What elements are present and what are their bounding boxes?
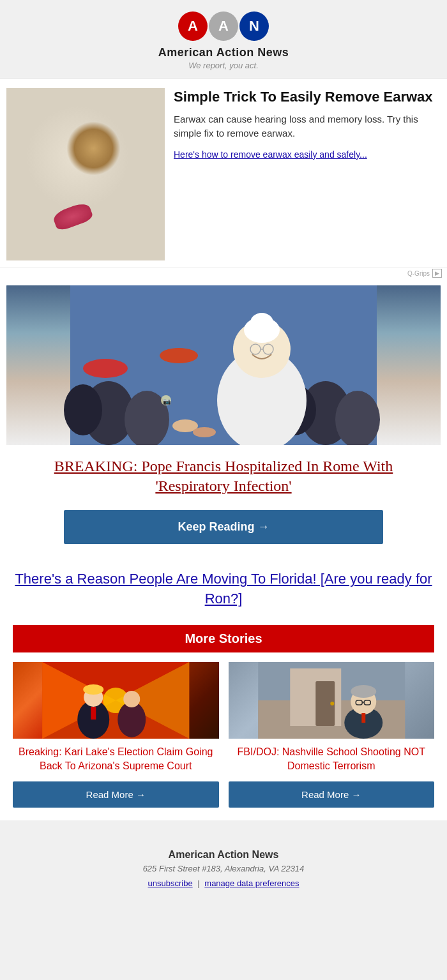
ad-advertiser: Q-Grips (407, 270, 430, 277)
story-read-more-2[interactable]: Read More → (229, 781, 435, 808)
site-tagline: We report, you act. (0, 61, 447, 70)
pope-image: 📷 (6, 285, 441, 445)
svg-point-13 (250, 344, 261, 354)
ad-link[interactable]: Here's how to remove earwax easily and s… (174, 149, 367, 160)
svg-point-43 (351, 685, 376, 698)
more-stories-header: More Stories (13, 625, 434, 652)
svg-rect-40 (364, 700, 370, 705)
earwax-image (6, 88, 165, 260)
fbi-doj-image (229, 662, 435, 739)
svg-rect-39 (356, 700, 362, 705)
pope-scene-svg: 📷 (6, 285, 441, 445)
ad-content: Simple Trick To Easily Remove Earwax Ear… (165, 88, 441, 161)
svg-point-14 (263, 344, 273, 354)
story-card-2: FBI/DOJ: Nashville School Shooting NOT D… (229, 662, 435, 808)
story-card-1: Breaking: Kari Lake's Election Claim Goi… (13, 662, 219, 808)
ad-badge: ▶ (432, 269, 442, 278)
svg-point-29 (123, 691, 140, 707)
site-header: A A N American Action News We report, yo… (0, 0, 447, 79)
story-title-1: Breaking: Kari Lake's Election Claim Goi… (13, 745, 219, 774)
main-content: Simple Trick To Easily Remove Earwax Ear… (0, 79, 447, 820)
manage-preferences-link[interactable]: manage data preferences (204, 878, 299, 888)
story-read-more-1[interactable]: Read More → (13, 781, 219, 808)
stories-grid: Breaking: Kari Lake's Election Claim Goi… (13, 662, 434, 808)
florida-link[interactable]: There's a Reason People Are Moving To Fl… (0, 557, 447, 625)
svg-point-30 (83, 684, 103, 695)
svg-point-36 (330, 702, 334, 705)
svg-rect-31 (91, 707, 96, 720)
logo: A A N (0, 11, 447, 41)
svg-point-7 (83, 359, 128, 378)
svg-text:📷: 📷 (163, 397, 171, 405)
svg-point-3 (64, 384, 102, 435)
keep-reading-button[interactable]: Keep Reading → (64, 510, 383, 544)
footer-address: 625 First Street #183, Alexandria, VA 22… (13, 864, 434, 873)
ad-section: Simple Trick To Easily Remove Earwax Ear… (0, 79, 447, 268)
site-title: American Action News (0, 46, 447, 59)
story2-svg (229, 662, 435, 739)
svg-point-12 (250, 313, 273, 332)
ad-description: Earwax can cause hearing loss and memory… (174, 112, 441, 141)
ad-image (6, 88, 165, 260)
svg-point-17 (193, 427, 216, 437)
footer-links: unsubscribe | manage data preferences (13, 878, 434, 888)
breaking-headline[interactable]: BREAKING: Pope Francis Hospitalized In R… (0, 445, 447, 502)
nail-decoration (52, 201, 95, 232)
logo-circle-a1: A (178, 11, 208, 41)
footer: American Action News 625 First Street #1… (0, 830, 447, 901)
logo-circle-n: N (239, 11, 269, 41)
svg-point-8 (160, 348, 198, 363)
svg-rect-42 (361, 713, 365, 723)
story-image-2 (229, 662, 435, 739)
unsubscribe-link[interactable]: unsubscribe (148, 878, 193, 888)
ad-footer: Q-Grips ▶ (0, 268, 447, 279)
logo-circle-a2: A (209, 11, 238, 41)
story-image-1 (13, 662, 219, 739)
story-title-2: FBI/DOJ: Nashville School Shooting NOT D… (229, 745, 435, 774)
ad-title: Simple Trick To Easily Remove Earwax (174, 88, 441, 106)
breaking-headline-link[interactable]: BREAKING: Pope Francis Hospitalized In R… (54, 458, 393, 494)
article-image-container: 📷 (0, 285, 447, 445)
trump-kari-lake-image (13, 662, 219, 739)
keep-reading-wrapper: Keep Reading → (0, 510, 447, 544)
footer-title: American Action News (13, 849, 434, 861)
story1-svg (13, 662, 219, 739)
footer-separator: | (197, 878, 199, 888)
more-stories-section: More Stories (0, 625, 447, 820)
